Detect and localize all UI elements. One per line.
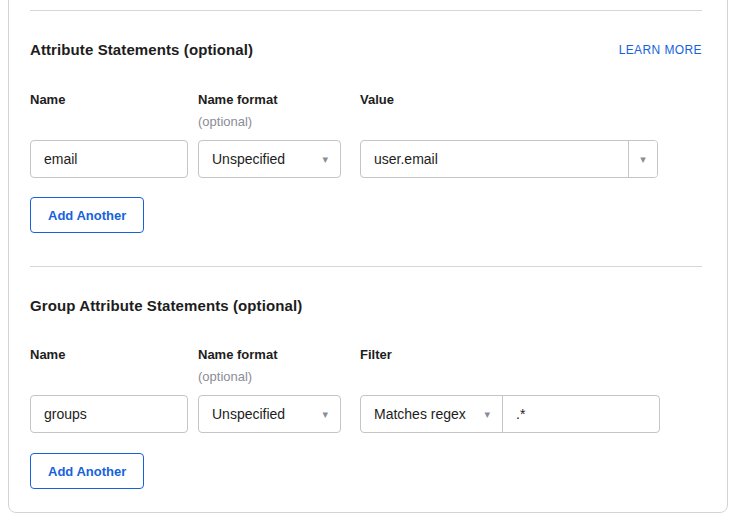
group-add-another-button[interactable]: Add Another	[30, 453, 144, 489]
chevron-down-icon: ▾	[322, 409, 328, 420]
attr-value-column-label: Value	[360, 92, 394, 107]
group-attribute-statements-title: Group Attribute Statements (optional)	[30, 297, 302, 314]
group-name-format-select[interactable]: Unspecified ▾	[198, 395, 341, 433]
group-filter-type-selected-value: Matches regex	[374, 406, 466, 422]
group-name-format-column-label: Name format	[198, 347, 277, 362]
attr-value-input[interactable]	[361, 141, 628, 177]
attr-name-column-label: Name	[30, 92, 65, 107]
attribute-statements-title: Attribute Statements (optional)	[30, 41, 253, 58]
group-filter-value-input[interactable]	[503, 396, 659, 432]
top-divider	[30, 10, 702, 11]
attr-value-dropdown-toggle[interactable]: ▾	[628, 141, 657, 177]
attr-value-combobox: ▾	[360, 140, 658, 178]
settings-card	[8, 0, 728, 513]
attr-add-another-button[interactable]: Add Another	[30, 197, 144, 233]
group-name-input[interactable]	[30, 395, 188, 433]
saml-settings-page: Attribute Statements (optional) LEARN MO…	[0, 0, 737, 530]
group-filter-combobox: Matches regex ▾	[360, 395, 660, 433]
group-name-format-selected-value: Unspecified	[212, 406, 285, 422]
section-divider	[30, 266, 702, 267]
group-name-column-label: Name	[30, 347, 65, 362]
group-name-format-optional-note: (optional)	[198, 369, 252, 384]
attr-name-format-column-label: Name format	[198, 92, 277, 107]
attr-name-format-selected-value: Unspecified	[212, 151, 285, 167]
attr-name-format-select[interactable]: Unspecified ▾	[198, 140, 341, 178]
chevron-down-icon: ▾	[640, 154, 646, 165]
chevron-down-icon: ▾	[322, 154, 328, 165]
attr-name-input[interactable]	[30, 140, 188, 178]
attr-name-format-optional-note: (optional)	[198, 114, 252, 129]
group-filter-column-label: Filter	[360, 347, 392, 362]
learn-more-link[interactable]: LEARN MORE	[619, 43, 702, 57]
chevron-down-icon: ▾	[484, 409, 490, 420]
group-filter-type-select[interactable]: Matches regex ▾	[361, 396, 503, 432]
